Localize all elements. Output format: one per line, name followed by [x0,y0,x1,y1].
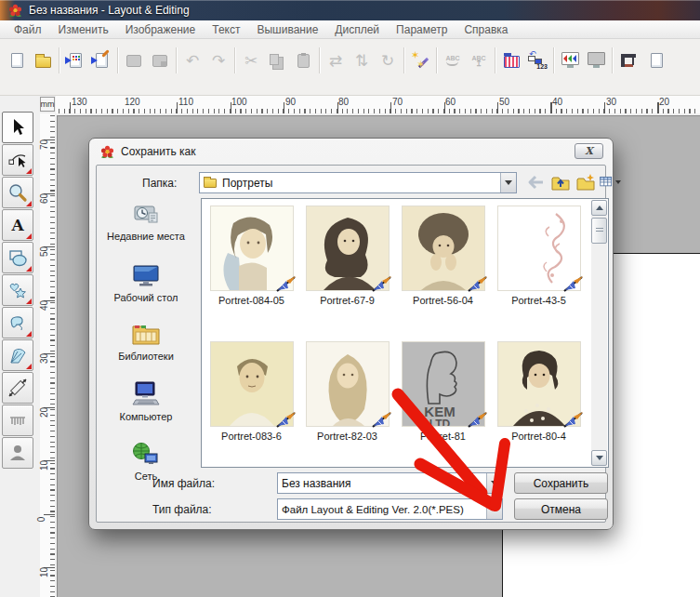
folder-icon [204,179,217,188]
pes-file-icon [274,409,298,430]
file-name: Portret-80-4 [492,431,586,442]
filename-dropdown-button[interactable] [486,473,502,493]
dialog-title-bar[interactable]: Сохранить как [89,139,613,165]
new-folder-icon [575,173,596,192]
file-item[interactable]: Portret-083-6 [205,342,298,442]
filetype-combobox[interactable]: Файл Layout & Editing Ver. 2.0(*.PES) [277,498,503,520]
cut-icon[interactable]: ✂ [238,44,264,77]
clipped-edge-icon[interactable] [643,44,669,77]
flip-vertical-icon[interactable]: ⇅ [349,44,375,77]
desktop-icon [131,263,161,289]
freeform-tool[interactable] [2,307,33,338]
place-desktop[interactable]: Рабочий стол [97,263,195,304]
copy-icon[interactable] [264,44,290,77]
zoom-tool[interactable] [2,177,33,208]
new-folder-button[interactable] [575,172,596,192]
portrait-tool[interactable] [2,437,33,469]
file-name: Portret-083-6 [205,431,298,442]
triangle-up-icon [596,206,603,210]
import-image-icon[interactable] [88,44,114,77]
embroidery-library-icon[interactable] [498,44,524,77]
point-edit-tool[interactable] [2,144,33,176]
new-document-icon[interactable] [4,44,30,77]
select-tool[interactable] [2,112,33,143]
rotate-icon[interactable]: ↻ [375,44,401,77]
design-property-icon[interactable] [615,44,641,77]
toolbar-separator [319,47,320,73]
menu-text[interactable]: Текст [204,21,248,38]
menu-file[interactable]: Файл [6,21,50,38]
place-computer[interactable]: Компьютер [97,380,195,423]
back-button[interactable] [524,172,546,192]
cancel-button[interactable]: Отмена [514,498,608,520]
file-thumbnail: KEMLTD [403,342,484,426]
heart-star-icon [7,280,28,300]
file-item[interactable]: Portret-80-4 [492,342,586,442]
file-thumbnail [403,206,484,290]
shape-tool[interactable] [2,242,33,273]
magic-wand-icon[interactable] [407,44,433,77]
file-name: Portret-67-9 [300,295,394,306]
text-transform-icon[interactable]: ABC↥ [466,44,492,77]
save-icon[interactable] [121,44,147,77]
save-button[interactable]: Сохранить [514,472,608,494]
file-item[interactable]: Portret-56-04 [396,206,490,306]
file-item[interactable]: Portret-67-9 [300,206,394,306]
paste-icon[interactable] [290,44,316,77]
file-item[interactable]: Portret-82-03 [300,342,394,442]
import-design-icon[interactable] [62,44,88,77]
place-recent[interactable]: Недавние места [97,202,195,243]
scroll-up-button[interactable] [591,200,607,216]
stitch-attribute-tool[interactable] [2,405,33,436]
close-icon[interactable]: X [575,143,603,159]
menu-option[interactable]: Параметр [388,21,456,38]
up-one-level-button[interactable] [549,172,571,192]
pes-file-icon [370,273,394,294]
undo-icon[interactable]: ↶ [179,44,205,77]
sewing-order-icon[interactable]: ↶123 [524,44,550,77]
list-scrollbar[interactable] [591,200,607,466]
triangle-down-icon [596,456,603,460]
toolbar-lower-strip [0,82,700,96]
redo-icon[interactable]: ↷ [205,44,231,77]
menu-bar: Файл Изменить Изображение Текст Вышивани… [0,20,700,39]
write-to-card-icon[interactable] [147,44,173,77]
screen-view-icon[interactable] [583,44,609,77]
place-libraries[interactable]: Библиотеки [97,320,195,363]
text-tool[interactable]: A [2,209,33,241]
measure-tool[interactable] [2,372,33,404]
filetype-dropdown-button[interactable] [486,499,502,519]
toolbar-separator [117,47,118,73]
filename-value: Без названия [278,477,486,490]
horizontal-ruler: 130 120 110 100 90 80 70 60 50 40 30 20 [56,96,700,113]
menu-sew[interactable]: Вышивание [248,21,326,38]
fancy-shape-tool[interactable] [2,274,33,306]
file-name: Portret-82-03 [300,431,394,442]
folder-dropdown-button[interactable] [500,173,516,192]
file-item[interactable]: Portret-084-05 [205,206,298,306]
menu-display[interactable]: Дисплей [326,21,388,38]
place-label: Рабочий стол [113,292,178,304]
file-name: Portret-56-04 [396,295,490,306]
menu-edit[interactable]: Изменить [50,21,117,38]
open-icon[interactable] [30,44,56,77]
folder-combobox[interactable]: Портреты [199,172,517,193]
menu-help[interactable]: Справка [456,21,516,38]
menu-image[interactable]: Изображение [117,21,205,38]
file-list: Portret-084-05 Portret-67-9 Portret-56-0… [201,198,609,468]
pes-file-icon [466,409,490,430]
scroll-down-button[interactable] [591,450,607,466]
scrollbar-thumb[interactable] [591,218,607,244]
fan-shape-tool[interactable] [2,339,33,371]
pes-file-icon [561,273,586,294]
chevron-down-icon [491,481,498,485]
text-fit-icon[interactable]: ABC [440,44,466,77]
title-bar[interactable]: Без названия - Layout & Editing [0,0,700,20]
flip-horizontal-icon[interactable]: ⇄ [323,44,349,77]
chevron-down-icon [505,180,512,185]
file-item[interactable]: Portret-43-5 [492,206,586,306]
view-menu-button[interactable] [600,172,621,192]
filename-combobox[interactable]: Без названия [277,472,503,494]
file-item[interactable]: KEMLTD Portret-81 [396,342,490,442]
realistic-view-icon[interactable] [557,44,583,77]
